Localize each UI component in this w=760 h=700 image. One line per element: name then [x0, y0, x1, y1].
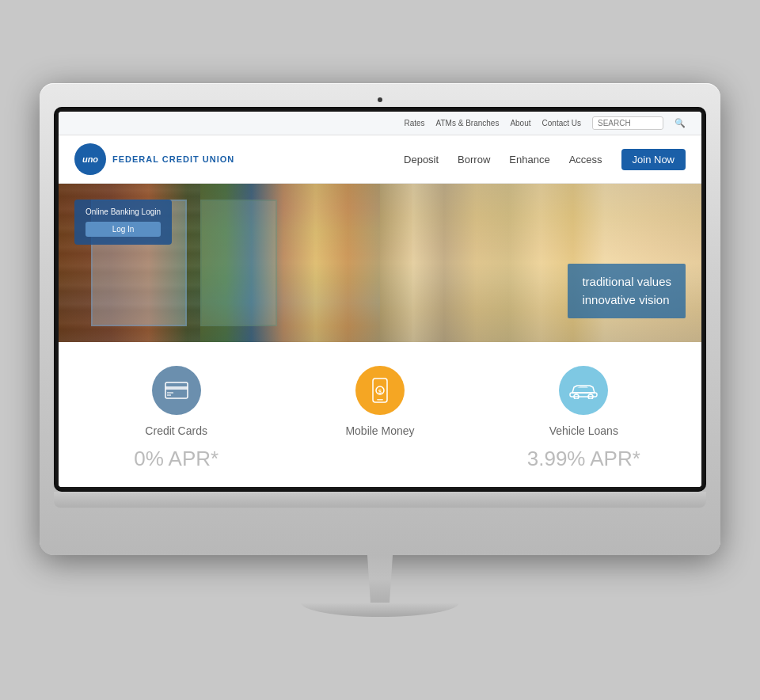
monitor-stand-neck: [348, 555, 412, 603]
hero-tagline-line2: innovative vision: [582, 291, 671, 310]
hero-tagline: traditional values innovative vision: [568, 264, 686, 318]
hero-section: Online Banking Login Log In traditional …: [59, 184, 701, 342]
nav-atms-branches[interactable]: ATMs & Branches: [436, 119, 500, 127]
nav-access[interactable]: Access: [569, 154, 602, 165]
scene: Rates ATMs & Branches About Contact Us 🔍…: [0, 0, 760, 700]
mobile-money-label: Mobile Money: [345, 424, 414, 437]
brand-name: FEDERAL CREDIT UNION: [112, 154, 234, 164]
nav-enhance[interactable]: Enhance: [509, 154, 549, 165]
search-button[interactable]: 🔍: [674, 118, 686, 128]
nav-borrow[interactable]: Borrow: [458, 154, 490, 165]
monitor-stand-base: [301, 603, 459, 617]
svg-rect-2: [167, 392, 173, 394]
nav-links: Deposit Borrow Enhance Access Join Now: [404, 149, 686, 170]
search-input[interactable]: [592, 116, 663, 130]
feature-vehicle-loans: Vehicle Loans 3.99% APR*: [482, 366, 686, 471]
login-label: Online Banking Login: [86, 207, 161, 216]
logo-icon: uno: [74, 143, 106, 175]
nav-contact[interactable]: Contact Us: [542, 119, 581, 127]
camera-dot: [378, 97, 382, 102]
feature-mobile-money: $ Mobile Money: [278, 366, 481, 447]
logo-text: uno: [82, 154, 98, 164]
logo-area: uno FEDERAL CREDIT UNION: [74, 143, 234, 175]
credit-card-icon: [152, 366, 201, 415]
feature-credit-cards: Credit Cards 0% APR*: [74, 366, 278, 471]
hero-tagline-line1: traditional values: [582, 273, 671, 291]
main-nav: uno FEDERAL CREDIT UNION Deposit Borrow …: [59, 135, 701, 184]
monitor-bottom-bar: [54, 492, 706, 508]
credit-cards-label: Credit Cards: [145, 424, 207, 437]
nav-deposit[interactable]: Deposit: [404, 154, 439, 165]
monitor-bezel: Rates ATMs & Branches About Contact Us 🔍…: [54, 107, 706, 492]
nav-rates[interactable]: Rates: [404, 119, 424, 127]
svg-rect-3: [167, 394, 171, 396]
svg-rect-7: [377, 399, 383, 401]
features-section: Credit Cards 0% APR* $: [59, 342, 701, 487]
vehicle-loans-rate: 3.99% APR*: [527, 447, 640, 471]
monitor: Rates ATMs & Branches About Contact Us 🔍…: [40, 83, 720, 617]
credit-cards-rate: 0% APR*: [134, 447, 218, 471]
vehicle-loans-icon: [559, 366, 608, 415]
screen: Rates ATMs & Branches About Contact Us 🔍…: [59, 112, 701, 487]
utility-bar: Rates ATMs & Branches About Contact Us 🔍: [59, 112, 701, 135]
nav-about[interactable]: About: [510, 119, 530, 127]
svg-rect-1: [165, 386, 188, 390]
mobile-money-icon: $: [355, 366, 405, 415]
vehicle-loans-label: Vehicle Loans: [549, 424, 618, 437]
svg-text:$: $: [378, 389, 382, 395]
nav-join-now[interactable]: Join Now: [621, 149, 686, 170]
login-box: Online Banking Login Log In: [74, 200, 172, 245]
window-2: [200, 200, 277, 326]
login-button[interactable]: Log In: [86, 222, 161, 237]
monitor-frame: Rates ATMs & Branches About Contact Us 🔍…: [40, 83, 720, 555]
